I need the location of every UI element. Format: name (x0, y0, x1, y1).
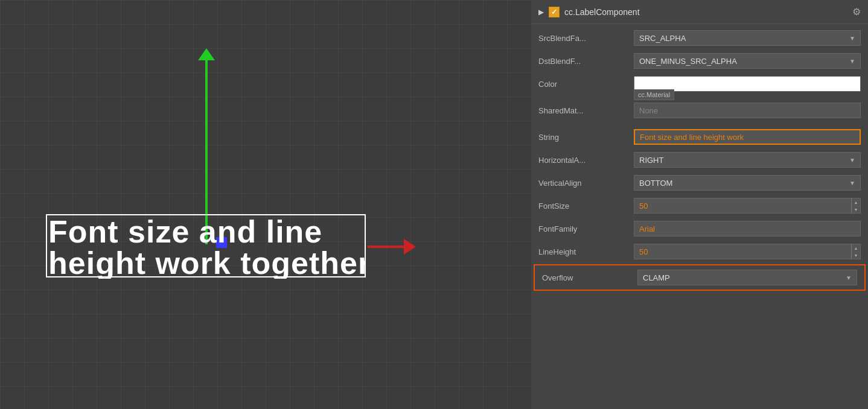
vertical-align-value-wrap: BOTTOM ▼ (634, 175, 861, 191)
line-height-label: LineHeight (538, 247, 629, 256)
font-size-decrement[interactable]: ▼ (852, 206, 860, 213)
line-height-increment[interactable]: ▲ (852, 244, 860, 252)
scene-label-text: Font size and line height work together (48, 216, 365, 279)
font-size-spinners: ▲ ▼ (851, 198, 861, 214)
chevron-down-icon: ▼ (849, 58, 855, 65)
string-value-wrap: Font size and line height work (634, 129, 861, 145)
dst-blend-dropdown[interactable]: ONE_MINUS_SRC_ALPHA ▼ (634, 53, 861, 69)
red-right-arrow (368, 239, 416, 255)
dst-blend-label: DstBlendF... (538, 57, 629, 66)
vertical-align-row: VerticalAlign BOTTOM ▼ (531, 171, 868, 194)
string-row: String Font size and line height work (531, 125, 868, 148)
font-size-label: FontSize (538, 201, 629, 211)
font-family-label: FontFamily (538, 224, 629, 233)
overflow-row: Overflow CLAMP ▼ (534, 264, 866, 291)
string-label: String (538, 133, 629, 142)
line-height-input[interactable]: 50 (634, 244, 851, 259)
horizontal-align-dropdown[interactable]: RIGHT ▼ (634, 152, 861, 168)
overflow-value-wrap: CLAMP ▼ (637, 270, 857, 285)
vertical-align-dropdown[interactable]: BOTTOM ▼ (634, 175, 861, 191)
line-height-spinners: ▲ ▼ (851, 244, 861, 259)
properties-list: SrcBlendFa... SRC_ALPHA ▼ DstBlendF... O… (531, 24, 868, 409)
vertical-align-label: VerticalAlign (538, 179, 629, 188)
line-height-row: LineHeight 50 ▲ ▼ (531, 240, 868, 263)
chevron-down-icon: ▼ (849, 180, 855, 186)
font-size-value-wrap: 50 ▲ ▼ (634, 198, 861, 214)
src-blend-value-wrap: SRC_ALPHA ▼ (634, 30, 861, 46)
line-height-value-wrap: 50 ▲ ▼ (634, 244, 861, 259)
font-size-field-wrap: 50 ▲ ▼ (634, 198, 861, 214)
color-label: Color (538, 80, 629, 89)
src-blend-label: SrcBlendFa... (538, 34, 629, 43)
color-row: Color (531, 72, 868, 95)
shared-mat-label: SharedMat... (538, 106, 629, 115)
string-field[interactable]: Font size and line height work (634, 129, 861, 145)
inspector-panel: ▶ cc.LabelComponent ⚙ SrcBlendFa... SRC_… (531, 0, 868, 409)
chevron-down-icon: ▼ (849, 35, 855, 42)
font-size-input[interactable]: 50 (634, 198, 851, 214)
component-header: ▶ cc.LabelComponent ⚙ (531, 0, 868, 24)
dst-blend-row: DstBlendF... ONE_MINUS_SRC_ALPHA ▼ (531, 49, 868, 72)
font-size-row: FontSize 50 ▲ ▼ (531, 194, 868, 217)
src-blend-dropdown[interactable]: SRC_ALPHA ▼ (634, 30, 861, 46)
expand-icon[interactable]: ▶ (538, 8, 544, 16)
canvas-viewport[interactable]: Font size and line height work together (0, 0, 531, 409)
horizontal-align-value-wrap: RIGHT ▼ (634, 152, 861, 168)
component-title: cc.LabelComponent (564, 7, 847, 17)
shared-mat-wrap: cc.Material None (634, 103, 861, 118)
overflow-label: Overflow (542, 273, 633, 282)
gear-icon[interactable]: ⚙ (852, 6, 861, 17)
cc-material-sublabel: cc.Material (634, 89, 674, 100)
src-blend-row: SrcBlendFa... SRC_ALPHA ▼ (531, 27, 868, 49)
dst-blend-value-wrap: ONE_MINUS_SRC_ALPHA ▼ (634, 53, 861, 69)
font-family-value-wrap: Arial (634, 221, 861, 236)
horizontal-align-row: HorizontalA... RIGHT ▼ (531, 148, 868, 171)
font-family-field[interactable]: Arial (634, 221, 861, 236)
line-height-field-wrap: 50 ▲ ▼ (634, 244, 861, 259)
shared-mat-field[interactable]: None (634, 103, 861, 118)
font-family-row: FontFamily Arial (531, 217, 868, 240)
chevron-down-icon: ▼ (849, 157, 855, 163)
component-enabled-checkbox[interactable] (549, 7, 560, 17)
line-height-decrement[interactable]: ▼ (852, 252, 860, 259)
chevron-down-icon: ▼ (846, 274, 852, 281)
font-size-increment[interactable]: ▲ (852, 198, 860, 206)
shared-mat-row: SharedMat... cc.Material None (531, 95, 868, 125)
horizontal-align-label: HorizontalA... (538, 156, 629, 165)
overflow-dropdown[interactable]: CLAMP ▼ (637, 270, 857, 285)
